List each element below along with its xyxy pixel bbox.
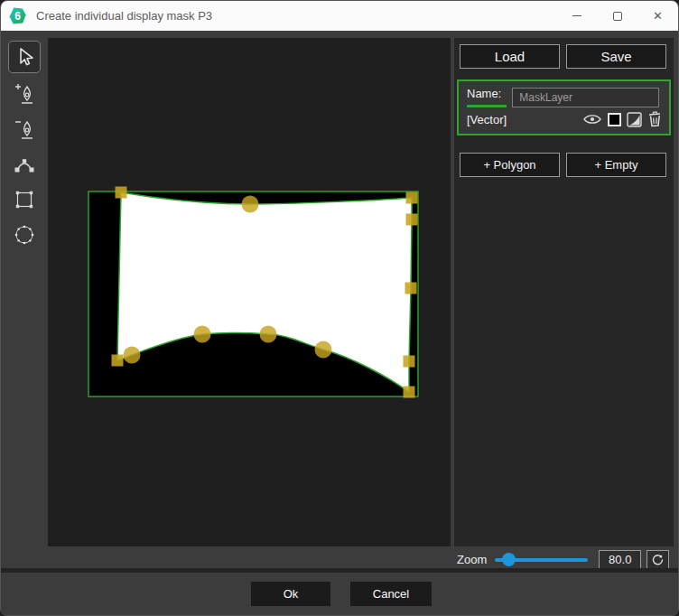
zoom-bar: Zoom 80.0 (454, 548, 674, 570)
ok-button[interactable]: Ok (251, 582, 330, 606)
save-button[interactable]: Save (566, 44, 666, 69)
add-polygon-button[interactable]: + Polygon (460, 153, 560, 177)
pen-remove-point-tool[interactable] (8, 114, 41, 144)
zoom-reset-button[interactable] (646, 550, 669, 569)
mask-square-handle[interactable] (405, 283, 417, 294)
add-empty-button[interactable]: + Empty (566, 153, 666, 177)
pen-minus-icon (13, 117, 36, 141)
dialog-body: Load Save Name: [Vector] (1, 31, 679, 616)
maximize-icon (613, 12, 622, 21)
pointer-arrow-icon (14, 46, 35, 68)
zoom-slider-thumb[interactable] (502, 553, 516, 566)
layer-type-label: [Vector] (467, 113, 507, 126)
add-layer-row: + Polygon + Empty (454, 146, 674, 177)
mask-square-handle[interactable] (406, 214, 418, 226)
minimize-icon (572, 15, 581, 16)
mask-scene (48, 38, 451, 546)
mask-circle-handle[interactable] (260, 326, 277, 343)
zoom-value-field[interactable]: 80.0 (599, 550, 641, 569)
cancel-button[interactable]: Cancel (350, 582, 432, 606)
mask-square-handle[interactable] (406, 192, 418, 204)
title-bar: 6 Create individual display mask P3 ✕ (1, 1, 678, 31)
load-save-row: Load Save (454, 38, 674, 69)
pen-add-point-tool[interactable] (8, 79, 41, 108)
bezier-curve-icon (13, 153, 36, 176)
layer-actions (582, 111, 662, 127)
delete-trash-icon[interactable] (647, 111, 662, 127)
minimize-button[interactable] (556, 1, 597, 31)
mask-circle-handle[interactable] (242, 196, 259, 213)
curve-tool[interactable] (8, 149, 41, 179)
mask-square-handle[interactable] (116, 187, 127, 199)
pen-plus-icon (13, 82, 36, 106)
window-controls: ✕ (556, 1, 678, 31)
layer-type-row: [Vector] (467, 111, 662, 127)
load-button[interactable]: Load (460, 44, 560, 69)
zoom-label: Zoom (457, 553, 487, 566)
visibility-eye-icon[interactable] (582, 113, 602, 126)
rectangle-marquee-icon (13, 188, 36, 211)
close-button[interactable]: ✕ (637, 1, 678, 31)
mask-square-handle[interactable] (404, 387, 415, 398)
color-swatch[interactable] (608, 113, 621, 126)
window-title: Create individual display mask P3 (36, 9, 212, 23)
invert-mask-icon[interactable] (627, 112, 642, 127)
name-label: Name: (467, 87, 501, 107)
close-icon: ✕ (653, 10, 663, 22)
create-mask-dialog: 6 Create individual display mask P3 ✕ (0, 0, 679, 616)
app-logo-icon: 6 (9, 7, 26, 24)
zoom-slider[interactable] (495, 553, 588, 566)
footer: Ok Cancel (1, 573, 679, 616)
maximize-button[interactable] (597, 1, 637, 31)
mask-square-handle[interactable] (404, 356, 415, 368)
mask-circle-handle[interactable] (315, 341, 332, 359)
layers-panel: Load Save Name: [Vector] (454, 38, 674, 546)
mask-circle-handle[interactable] (194, 326, 211, 343)
mask-circle-handle[interactable] (124, 347, 141, 364)
ellipse-tool[interactable] (8, 219, 41, 249)
selected-layer-box[interactable]: Name: [Vector] (457, 79, 671, 135)
mask-canvas[interactable] (48, 38, 451, 546)
reset-rotate-icon (652, 554, 664, 565)
tools-sidebar (1, 31, 48, 546)
ellipse-marquee-icon (13, 223, 36, 247)
layer-name-row: Name: (467, 87, 662, 107)
pointer-tool[interactable] (8, 41, 41, 73)
layer-name-input[interactable] (512, 88, 659, 107)
rectangle-tool[interactable] (8, 184, 41, 214)
mask-square-handle[interactable] (112, 355, 124, 367)
